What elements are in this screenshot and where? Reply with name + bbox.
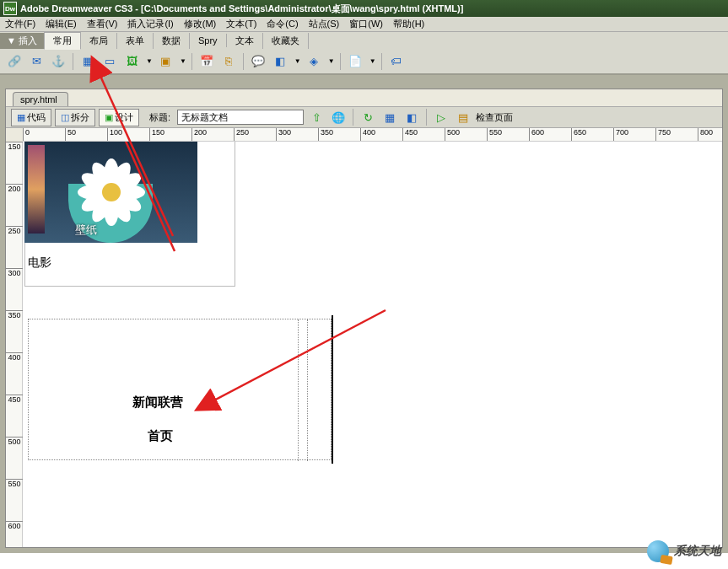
menu-window[interactable]: 窗口(W) [344,18,388,30]
server-include-icon[interactable]: ⎘ [219,52,238,71]
ruler-vertical: 150200250300350400450500550600650 [6,142,23,547]
chevron-down-icon[interactable]: ▼ [180,57,186,65]
globe-icon [647,540,669,562]
cursor-line [332,315,333,464]
ruler-horizontal: 0501001502002503003504004505005506006507… [23,128,722,142]
document-panel: spry.html ▦代码 ◫拆分 ▣设计 标题: ⇧ 🌐 ↻ ▦ ◧ ▷ ▤ … [5,89,723,548]
window-title: Adobe Dreamweaver CS3 - [C:\Documents an… [20,3,463,15]
image-icon[interactable]: 🖼 [122,52,141,71]
insert-bar: ▼ 插入 常用 布局 表单 数据 Spry 文本 收藏夹 🔗 ✉ ⚓ ▦ ▭ 🖼… [0,32,728,75]
check-page-icon[interactable]: ▤ [454,108,472,126]
menu-commands[interactable]: 命令(C) [262,18,303,30]
table-outline[interactable] [28,319,332,460]
separator [426,109,427,126]
insert-tab-data[interactable]: 数据 [154,33,190,49]
separator [353,109,353,126]
menu-insert[interactable]: 插入记录(I) [122,18,178,30]
app-icon: Dw [3,2,17,15]
design-canvas[interactable]: 壁纸 电影 新闻联营 首页 电子邮箱 [23,142,722,547]
head-icon[interactable]: ◧ [271,52,289,71]
insert-label[interactable]: ▼ 插入 [0,33,44,49]
chevron-down-icon[interactable]: ▼ [369,57,376,65]
separator [243,53,244,70]
home-text[interactable]: 首页 [148,428,173,444]
news-text[interactable]: 新闻联营 [132,395,183,411]
flower-graphic [78,158,145,226]
chevron-down-icon[interactable]: ▼ [146,57,153,65]
upload-icon[interactable]: ⇧ [307,108,326,126]
wallpaper-label: 壁纸 [75,223,97,238]
movie-text[interactable]: 电影 [28,255,51,271]
check-page-label[interactable]: 检查页面 [476,111,513,124]
tag-chooser-icon[interactable]: 🏷 [387,52,406,71]
insert-tab-spry[interactable]: Spry [190,34,227,47]
menu-help[interactable]: 帮助(H) [388,18,429,30]
template-icon[interactable]: 📄 [346,52,364,71]
visual-aids-icon[interactable]: ◧ [402,108,421,126]
chevron-down-icon[interactable]: ▼ [294,57,301,65]
view-options-icon[interactable]: ▦ [380,108,399,126]
separator [73,53,73,70]
validate-icon[interactable]: ▷ [432,108,450,126]
code-view-button[interactable]: ▦代码 [11,109,51,126]
document-tab-row: spry.html [6,89,722,106]
menu-file[interactable]: 文件(F) [0,18,40,30]
insert-tab-favorites[interactable]: 收藏夹 [263,33,309,49]
table-icon[interactable]: ▦ [78,52,97,71]
media-icon[interactable]: ▣ [156,52,175,71]
menu-edit[interactable]: 编辑(E) [40,18,82,30]
menu-text[interactable]: 文本(T) [221,18,262,30]
insert-tab-forms[interactable]: 表单 [117,33,154,49]
menu-bar: 文件(F) 编辑(E) 查看(V) 插入记录(I) 修改(M) 文本(T) 命令… [0,17,728,32]
insert-tab-layout[interactable]: 布局 [81,33,117,49]
document-toolbar: ▦代码 ◫拆分 ▣设计 标题: ⇧ 🌐 ↻ ▦ ◧ ▷ ▤ 检查页面 [6,106,722,128]
script-icon[interactable]: ◈ [305,52,323,71]
page-title-input[interactable] [177,110,304,125]
separator [381,53,382,70]
date-icon[interactable]: 📅 [197,52,216,71]
separator [191,53,192,70]
email-link-icon[interactable]: ✉ [27,52,46,71]
watermark: 系统天地 [647,540,721,562]
globe-icon[interactable]: 🌐 [329,108,348,126]
comment-icon[interactable]: 💬 [249,52,267,71]
chevron-down-icon[interactable]: ▼ [328,57,335,65]
table-cell[interactable] [307,319,324,461]
menu-modify[interactable]: 修改(M) [179,18,222,30]
design-view-button[interactable]: ▣设计 [99,109,139,126]
insert-tab-common[interactable]: 常用 [44,32,81,50]
document-area: spry.html ▦代码 ◫拆分 ▣设计 标题: ⇧ 🌐 ↻ ▦ ◧ ▷ ▤ … [0,75,728,553]
title-bar: Dw Adobe Dreamweaver CS3 - [C:\Documents… [0,0,728,17]
div-icon[interactable]: ▭ [100,52,119,71]
sunset-thumbnail [28,145,45,234]
title-label: 标题: [149,111,170,124]
split-view-button[interactable]: ◫拆分 [55,109,95,126]
separator [340,53,341,70]
insert-toolbar: 🔗 ✉ ⚓ ▦ ▭ 🖼▼ ▣▼ 📅 ⎘ 💬 ◧▼ ◈▼ 📄▼ 🏷 [0,49,728,74]
refresh-icon[interactable]: ↻ [359,108,377,126]
document-tab[interactable]: spry.html [13,92,68,106]
menu-view[interactable]: 查看(V) [82,18,123,30]
image-placeholder[interactable]: 壁纸 [24,142,197,243]
hyperlink-icon[interactable]: 🔗 [5,52,24,71]
insert-tab-text[interactable]: 文本 [227,33,263,49]
menu-site[interactable]: 站点(S) [304,18,345,30]
anchor-icon[interactable]: ⚓ [49,52,67,71]
watermark-text: 系统天地 [674,544,721,559]
